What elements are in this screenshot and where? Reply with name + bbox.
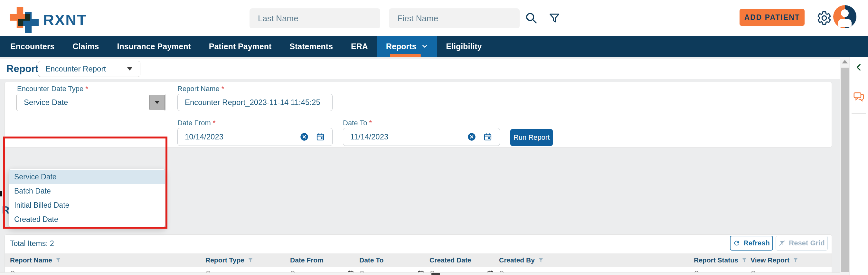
column-header-created-by[interactable]: Created By [499,256,694,264]
run-report-button[interactable]: Run Report [510,129,553,146]
nav-item-reports-label: Reports [386,42,416,51]
logo-text: RXNT [43,11,87,29]
first-name-input[interactable] [389,8,520,28]
option-service-date[interactable]: Service Date [9,170,165,184]
required-marker: * [213,119,216,127]
gear-icon[interactable] [816,10,832,26]
add-patient-button[interactable]: ADD PATIENT [740,9,805,26]
select-arrow-icon [155,101,159,104]
column-header-date-from[interactable]: Date From [290,256,359,264]
column-header-view-report[interactable]: View Report [750,256,807,264]
nav-item-patient-payment[interactable]: Patient Payment [200,36,281,57]
encounter-date-type-value: Service Date [24,98,68,107]
column-header-report-name[interactable]: Report Name [10,256,206,264]
page-content: Report Encounter Report Encounter Date T… [0,57,840,275]
search-icon[interactable] [525,11,538,25]
total-items-label: Total Items: 2 [10,239,54,248]
nav-item-encounters[interactable]: Encounters [1,36,64,57]
select-arrow-icon [127,67,132,70]
messages-icon[interactable] [852,90,865,103]
nav-item-reports[interactable]: Reports [377,36,437,57]
column-header-report-status[interactable]: Report Status [694,256,750,264]
column-filter-icon[interactable] [248,257,253,263]
grid-header-row: Report Name Report Type Date From Date T… [5,253,832,267]
top-header: RXNT ADD PATIENT [0,0,868,36]
right-side-panel [849,57,868,275]
option-created-date[interactable]: Created Date [9,212,165,226]
page-title: Report [6,59,39,79]
calendar-icon[interactable] [483,132,492,141]
nav-item-statements[interactable]: Statements [280,36,342,57]
nav-item-eligibility[interactable]: Eligibility [437,36,491,57]
nav-item-insurance-payment[interactable]: Insurance Payment [108,36,200,57]
chevron-down-icon [422,43,428,50]
column-header-created-date[interactable]: Created Date [430,256,499,264]
clear-icon[interactable] [300,132,309,141]
horizontal-scrollbar-thumb[interactable] [431,273,440,275]
filter-icon[interactable] [549,12,560,24]
report-type-select[interactable]: Encounter Report [38,61,141,77]
date-from-label: Date From* [177,119,215,127]
horizontal-scrollbar[interactable] [0,272,840,275]
main-nav: Encounters Claims Insurance Payment Pati… [0,36,868,57]
collapse-panel-icon[interactable] [855,63,863,71]
active-tab-underline [390,54,421,57]
date-to-input[interactable] [343,128,500,146]
vertical-scrollbar-thumb[interactable] [841,68,849,272]
date-to-label: Date To* [343,119,372,127]
option-batch-date[interactable]: Batch Date [9,184,165,198]
option-initial-billed-date[interactable]: Initial Billed Date [9,198,165,212]
clear-icon[interactable] [467,132,476,141]
encounter-date-type-select[interactable]: Service Date [17,94,166,111]
required-marker: * [85,85,88,93]
column-filter-icon[interactable] [793,257,799,263]
nav-item-claims[interactable]: Claims [64,36,108,57]
rail-divider [851,113,866,114]
user-avatar[interactable] [833,5,857,28]
calendar-icon[interactable] [316,132,325,141]
app-window: RXNT ADD PATIENT Encounters Claims Insur… [0,0,868,275]
encounter-date-type-options: Service Date Batch Date Initial Billed D… [9,169,165,227]
column-header-report-type[interactable]: Report Type [206,256,290,264]
report-type-select-value: Encounter Report [45,64,106,73]
date-from-input[interactable] [177,128,333,146]
reset-grid-icon [778,240,785,247]
encounter-date-type-label: Encounter Date Type* [17,85,88,93]
required-marker: * [221,85,224,93]
report-toolbar: Report Encounter Report [0,59,840,79]
encounter-date-type-dropdown-button[interactable] [149,95,165,110]
rxnt-logo[interactable]: RXNT [10,6,93,31]
refresh-icon [733,240,740,247]
column-header-date-to[interactable]: Date To [359,256,430,264]
column-filter-icon[interactable] [741,257,747,263]
obscured-content-fragment [0,191,2,196]
last-name-input[interactable] [250,8,380,28]
column-filter-icon[interactable] [55,257,61,263]
report-name-input[interactable] [177,94,333,111]
column-filter-icon[interactable] [538,257,544,263]
refresh-button[interactable]: Refresh [730,236,773,250]
report-name-label: Report Name* [177,85,224,93]
reports-grid-card: Total Items: 2 Refresh Reset Grid Report… [4,235,832,275]
nav-item-era[interactable]: ERA [342,36,377,57]
report-form-card: Encounter Date Type* Service Date Report… [4,82,832,148]
scroll-up-icon[interactable] [842,60,848,63]
obscured-section-title-fragment: R [2,204,9,216]
reset-grid-button[interactable]: Reset Grid [776,236,828,250]
required-marker: * [369,119,372,127]
